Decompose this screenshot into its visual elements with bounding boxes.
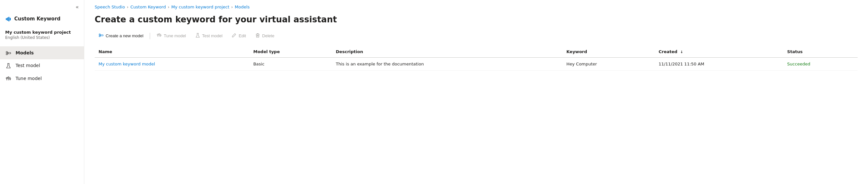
svg-rect-16 <box>99 34 100 35</box>
sidebar-nav-label-models: Models <box>16 50 34 55</box>
sidebar-collapse-area: « <box>0 0 84 12</box>
tune-model-label: Tune model <box>164 33 186 38</box>
create-model-icon <box>98 33 104 39</box>
row-status: Succeeded <box>783 58 858 71</box>
page-title: Create a custom keyword for your virtual… <box>95 14 858 24</box>
status-badge: Succeeded <box>787 62 810 66</box>
tune-model-icon <box>5 75 12 82</box>
svg-point-14 <box>8 77 9 78</box>
delete-button[interactable]: Delete <box>251 31 278 41</box>
toolbar: Create a new model Tune model <box>95 31 858 41</box>
sidebar-nav-item-tune-model[interactable]: Tune model <box>0 72 84 85</box>
svg-rect-3 <box>10 18 11 21</box>
main-content: Speech Studio › Custom Keyword › My cust… <box>84 0 868 184</box>
sidebar: « Custom Keyword My custom keyword proje… <box>0 0 84 184</box>
col-header-created[interactable]: Created ↓ <box>655 46 783 58</box>
svg-point-13 <box>6 78 7 79</box>
breadcrumb-speech-studio[interactable]: Speech Studio <box>95 4 125 9</box>
test-model-icon <box>5 63 12 69</box>
sidebar-project-name: My custom keyword project <box>5 30 79 35</box>
create-new-model-button[interactable]: Create a new model <box>95 31 147 41</box>
breadcrumb-sep-2: › <box>168 5 169 9</box>
svg-rect-18 <box>101 35 103 36</box>
sidebar-project-locale: English (United States) <box>5 35 79 40</box>
create-new-model-label: Create a new model <box>106 33 143 38</box>
row-description: This is an example for the documentation <box>332 58 562 71</box>
sidebar-nav-item-test-model[interactable]: Test model <box>0 59 84 72</box>
row-created: 11/11/2021 11:50 AM <box>655 58 783 71</box>
sidebar-nav-label-test-model: Test model <box>16 63 40 68</box>
app-icon <box>5 15 11 22</box>
svg-rect-0 <box>6 18 7 20</box>
svg-rect-4 <box>6 52 7 53</box>
sidebar-nav-label-tune-model: Tune model <box>16 76 42 81</box>
edit-icon <box>231 33 237 39</box>
col-header-keyword: Keyword <box>562 46 655 58</box>
delete-label: Delete <box>262 33 275 38</box>
svg-point-24 <box>157 34 158 35</box>
breadcrumb-sep-3: › <box>231 5 233 9</box>
col-header-model-type: Model type <box>249 46 332 58</box>
svg-rect-6 <box>8 53 11 54</box>
model-name-link[interactable]: My custom keyword model <box>98 62 155 66</box>
col-header-status: Status <box>783 46 858 58</box>
sort-arrow-created: ↓ <box>680 50 683 54</box>
svg-point-25 <box>159 34 160 35</box>
test-model-toolbar-icon <box>195 33 200 39</box>
row-name: My custom keyword model <box>95 58 249 71</box>
table-body: My custom keyword model Basic This is an… <box>95 58 858 71</box>
edit-button[interactable]: Edit <box>227 31 250 41</box>
col-header-description: Description <box>332 46 562 58</box>
edit-label: Edit <box>239 33 246 38</box>
breadcrumb-custom-keyword[interactable]: Custom Keyword <box>130 4 166 9</box>
svg-rect-2 <box>8 17 9 21</box>
sidebar-nav: Models Test model <box>0 46 84 85</box>
test-model-label: Test model <box>202 33 223 38</box>
sidebar-nav-item-models[interactable]: Models <box>0 46 84 59</box>
sidebar-app-title-label: Custom Keyword <box>14 16 61 22</box>
svg-point-15 <box>9 78 11 80</box>
col-header-name: Name <box>95 46 249 58</box>
sidebar-app-title-area: Custom Keyword <box>0 12 84 27</box>
svg-rect-5 <box>6 54 7 55</box>
breadcrumb-sep-1: › <box>127 5 128 9</box>
breadcrumb-models[interactable]: Models <box>235 4 250 9</box>
tune-model-toolbar-icon <box>157 33 162 39</box>
breadcrumb-project[interactable]: My custom keyword project <box>172 4 229 9</box>
table-row: My custom keyword model Basic This is an… <box>95 58 858 71</box>
breadcrumb: Speech Studio › Custom Keyword › My cust… <box>95 0 858 14</box>
row-model-type: Basic <box>249 58 332 71</box>
toolbar-divider-1 <box>150 33 150 39</box>
delete-icon <box>255 33 260 39</box>
table-header: Name Model type Description Keyword Crea… <box>95 46 858 58</box>
row-keyword: Hey Computer <box>562 58 655 71</box>
sidebar-project-section: My custom keyword project English (Unite… <box>0 27 84 45</box>
models-icon <box>5 50 12 56</box>
svg-rect-17 <box>99 36 100 37</box>
test-model-button[interactable]: Test model <box>191 31 226 41</box>
svg-rect-1 <box>7 18 8 21</box>
svg-point-26 <box>160 35 161 36</box>
models-table: Name Model type Description Keyword Crea… <box>95 46 858 71</box>
tune-model-button[interactable]: Tune model <box>153 31 190 41</box>
collapse-icon[interactable]: « <box>75 4 79 10</box>
